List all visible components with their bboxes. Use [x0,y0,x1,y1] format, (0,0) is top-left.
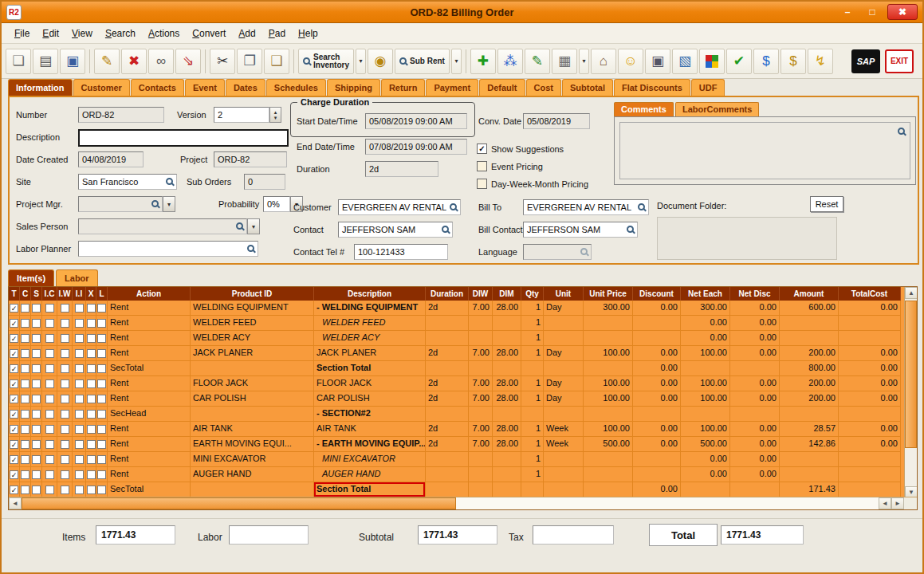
cell-diw[interactable] [469,316,493,331]
row-checkbox[interactable] [45,364,54,373]
cell-duration[interactable]: 2d [426,301,469,316]
cell-net-disc[interactable]: 0.00 [730,391,780,407]
row-checkbox[interactable] [75,425,84,434]
cell-unit[interactable] [544,482,584,497]
row-checkbox[interactable] [45,349,54,358]
row-checkbox[interactable] [61,410,69,419]
row-checkbox[interactable]: ✓ [10,455,18,464]
table-row[interactable]: ✓SecTotalSection Total0.00800.000.00 [9,361,901,376]
row-checkbox[interactable] [21,334,29,343]
column-header-net-disc[interactable]: Net Disc [730,287,780,301]
row-checkbox[interactable] [87,349,96,358]
row-checkbox[interactable] [61,349,69,358]
cell-unit[interactable]: Day [544,301,584,316]
grid-dropdown[interactable]: ▾ [579,49,589,74]
row-checkbox[interactable] [87,364,96,373]
cell-unit[interactable] [544,467,584,482]
row-checkbox[interactable] [75,364,84,373]
cell-net-disc[interactable]: 0.00 [730,376,780,391]
row-checkbox[interactable] [45,379,54,388]
cell-product[interactable]: AIR TANK [191,422,314,437]
row-checkbox[interactable] [61,319,69,328]
row-checkbox[interactable] [32,395,41,403]
row-checkbox[interactable] [21,364,29,373]
cell-diw[interactable] [469,407,493,422]
cell-duration[interactable] [426,467,469,482]
cell-net-each[interactable]: 300.00 [681,301,730,316]
cell-diw[interactable]: 7.00 [469,376,493,391]
bill-to-lookup-icon[interactable] [638,203,645,210]
cell-action[interactable]: SecTotal [108,482,191,497]
probability-field[interactable]: 0% [263,196,290,212]
row-checkbox[interactable] [97,349,106,358]
cell-product[interactable]: WELDING EQUIPMENT [191,301,314,316]
bill-to-field[interactable]: EVERGREEN AV RENTAL [523,199,649,215]
cell-dim[interactable]: 28.00 [493,422,521,437]
document-folder-area[interactable] [657,217,837,260]
exit-button[interactable]: EXIT [885,49,914,73]
cell-discount[interactable] [633,407,681,422]
column-header-i-c[interactable]: I.C [42,287,57,301]
scroll-up-arrow[interactable]: ▲ [905,287,918,299]
cell-total-cost[interactable] [839,452,901,467]
cell-dim[interactable]: 28.00 [493,376,521,391]
cell-unit[interactable]: Day [544,391,584,407]
cell-action[interactable]: Rent [108,452,191,467]
cell-net-disc[interactable]: 0.00 [730,467,780,482]
row-checkbox[interactable] [75,470,84,479]
column-header-net-each[interactable]: Net Each [681,287,730,301]
cell-dim[interactable] [493,316,521,331]
row-checkbox[interactable] [87,395,96,403]
table-row[interactable]: ✓RentEARTH MOVING EQUI...- EARTH MOVING … [9,437,901,452]
cell-discount[interactable]: 0.00 [633,346,681,361]
cell-qty[interactable]: 1 [521,301,544,316]
conv-date-field[interactable]: 05/08/2019 [523,113,590,129]
cell-qty[interactable]: 1 [521,452,544,467]
customer-field[interactable]: EVERGREEN AV RENTAL [338,199,461,215]
row-checkbox[interactable] [87,319,96,328]
cell-action[interactable]: Rent [108,346,191,361]
cell-product[interactable]: AUGER HAND [191,467,314,482]
row-checkbox[interactable] [87,440,96,449]
tab-information[interactable]: Information [8,79,73,96]
sales-person-field[interactable] [78,218,247,234]
cut-icon[interactable]: ✂ [210,49,235,74]
cell-unit[interactable] [544,361,584,376]
key-search-icon[interactable]: ◉ [368,49,393,74]
column-header-description[interactable]: Description [314,287,426,301]
row-checkbox[interactable] [87,334,96,343]
date-created-field[interactable]: 04/08/2019 [78,151,144,167]
cell-desc[interactable]: - WELDING EQUIPMENT [314,301,426,316]
tab-return[interactable]: Return [381,79,425,96]
row-checkbox[interactable] [32,486,41,494]
search-inventory-button[interactable]: SearchInventory [298,49,354,74]
cell-desc[interactable]: AIR TANK [314,422,426,437]
copy-icon[interactable]: ❐ [237,49,262,74]
row-checkbox[interactable]: ✓ [10,425,18,434]
row-checkbox[interactable] [32,334,41,343]
vertical-scroll-thumb[interactable] [905,301,917,448]
cell-discount[interactable] [633,331,681,346]
row-checkbox[interactable]: ✓ [10,410,18,419]
cell-desc[interactable]: FLOOR JACK [314,376,426,391]
reset-button[interactable]: Reset [810,196,843,212]
cell-net-each[interactable]: 0.00 [681,452,730,467]
dwm-pricing-checkbox[interactable] [477,179,487,189]
cell-unit[interactable]: Day [544,376,584,391]
comments-tab[interactable]: Comments [614,102,674,116]
site-lookup-icon[interactable] [166,178,173,185]
edit-pencil-icon[interactable]: ✎ [94,49,120,74]
cell-diw[interactable]: 7.00 [469,346,493,361]
labor-planner-field[interactable] [78,241,258,257]
cell-diw[interactable]: 7.00 [469,301,493,316]
cell-action[interactable]: Rent [108,422,191,437]
sub-rent-dropdown[interactable]: ▾ [451,49,462,74]
cell-desc[interactable]: Section Total [314,482,426,497]
customer-lookup-icon[interactable] [450,203,457,210]
cell-qty[interactable]: 1 [521,437,544,452]
row-checkbox[interactable] [87,304,96,313]
column-header-unit[interactable]: Unit [544,287,584,301]
row-checkbox[interactable] [75,440,84,449]
row-checkbox[interactable] [87,379,96,388]
cell-desc[interactable]: AUGER HAND [314,467,426,482]
